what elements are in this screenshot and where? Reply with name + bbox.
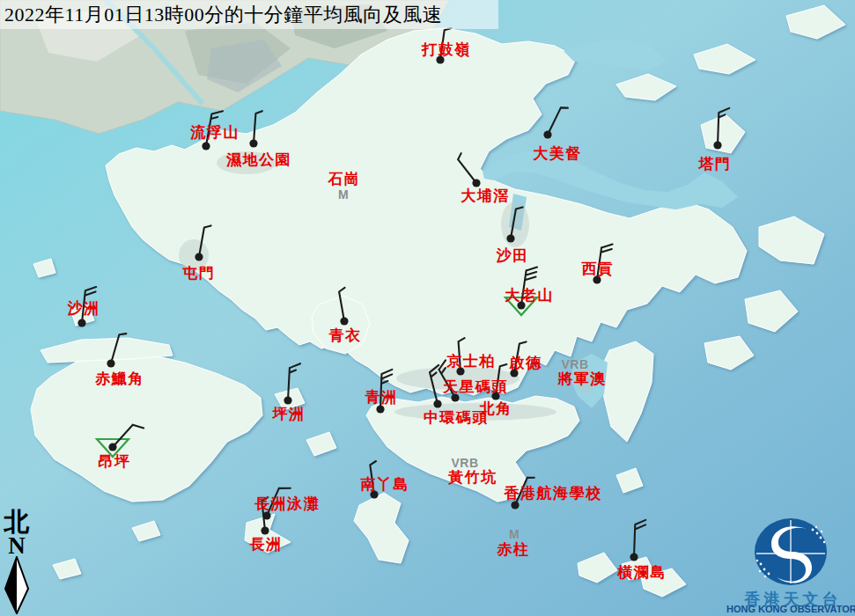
wind-barb [511,207,523,238]
station-dot [195,253,203,260]
wind-markers-layer [0,0,855,616]
station-label: 南丫島 [360,474,409,495]
station-label: 將軍澳 [557,369,607,389]
north-arrow-icon [4,556,30,614]
station-label: 香港航海學校 [505,483,602,503]
wind-barb [113,425,144,447]
station-label: 天星碼頭 [443,377,508,397]
wind-barb [254,111,262,143]
station-label: 坪洲 [273,404,306,424]
wind-barb [634,520,645,557]
station-dot [340,317,348,325]
station-label: 赤鱲角 [95,369,144,389]
wind-barb [458,153,476,183]
station-dot [107,359,114,367]
station-dot [713,141,721,149]
station-label: 大老山 [505,285,554,305]
hko-logo-icon [729,515,855,589]
wind-map-page: 2022年11月01日13時00分的十分鐘平均風向及風速 打鼓嶺流浮山濕地公園M… [0,0,855,616]
wind-barb [199,225,211,257]
hko-logo: 香港天文台 HONG KONG OBSERVATORY [729,515,855,592]
wind-barb [430,365,439,404]
station-label: 黃竹坑 [448,467,498,488]
station-label: 流浮山 [190,122,240,143]
station-dot [77,319,85,326]
wind-barb [548,107,568,135]
station-dot [543,130,551,138]
north-letter-label: N [2,535,32,556]
station-dot [108,443,116,451]
station-label: 青衣 [329,326,362,346]
station-dot [506,234,514,242]
station-label: 塔門 [699,154,732,174]
station-label: 赤柱 [498,539,530,560]
wind-barb [718,108,729,145]
map-title: 2022年11月01日13時00分的十分鐘平均風向及風速 [4,2,442,28]
station-label: 京士柏 [446,351,496,371]
north-compass: 北 N [2,509,32,614]
station-label: 青洲 [365,387,398,407]
wind-barb [339,288,345,321]
station-label: 長洲 [250,534,283,554]
station-label: 昂坪 [99,451,131,472]
station-label: 大埔滘 [461,186,510,206]
station-label: 北角 [480,399,512,419]
station-dot [202,142,210,150]
missing-data-marker: M [338,187,349,202]
station-dot [249,139,257,147]
station-label: 打鼓嶺 [422,40,471,60]
station-label: 屯門 [183,263,216,283]
station-label: 沙洲 [68,298,100,319]
station-label: 西貢 [582,259,615,279]
station-label: 長洲泳灘 [254,494,320,514]
station-label: 橫瀾島 [617,562,667,583]
station-label: 大美督 [533,143,582,164]
station-label: 濕地公園 [226,150,291,170]
station-dot [630,553,638,561]
station-label: 沙田 [497,246,529,266]
north-hanzi-label: 北 [2,509,32,535]
hko-name-english: HONG KONG OBSERVATORY [726,604,855,614]
wind-barb [111,334,126,363]
wind-barb [288,363,300,400]
station-label: 石崗 [328,169,361,189]
station-label: 啟德 [510,353,542,373]
